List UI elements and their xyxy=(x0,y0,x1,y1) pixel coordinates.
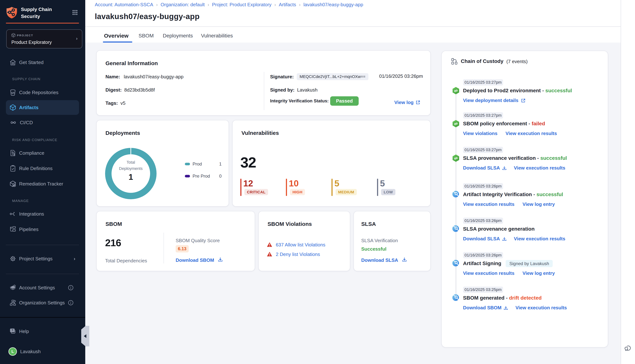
svg-text:?: ? xyxy=(12,329,13,332)
